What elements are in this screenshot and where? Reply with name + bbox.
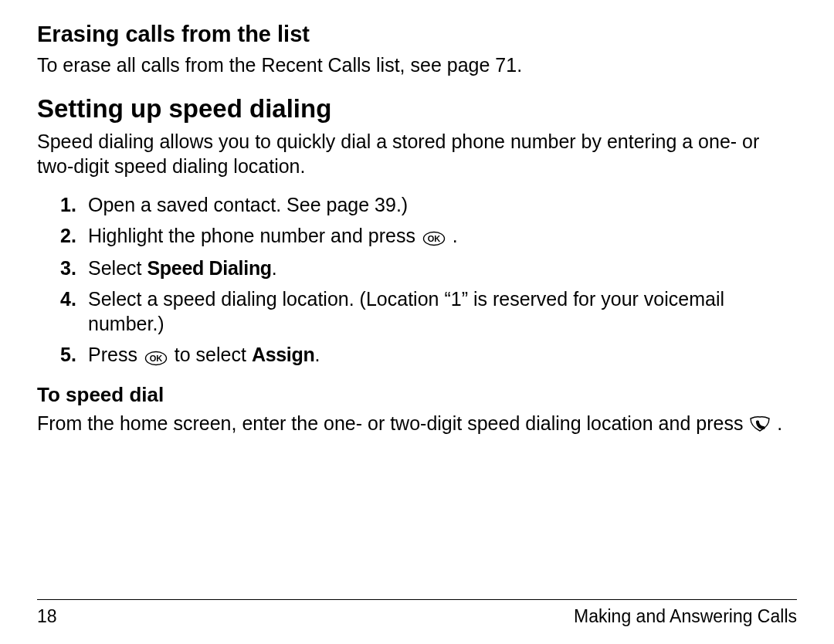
page-number: 18 <box>37 606 57 627</box>
step-5: 5. Press OK to select Assign. <box>37 342 797 368</box>
heading-to-speed-dial: To speed dial <box>37 383 797 407</box>
paragraph-speed-dial-intro: Speed dialing allows you to quickly dial… <box>37 130 797 178</box>
step-text-fragment: . <box>272 257 277 279</box>
step-text: Select a speed dialing location. (Locati… <box>88 286 797 336</box>
page-footer: 18 Making and Answering Calls <box>37 599 797 627</box>
step-number: 4. <box>60 286 88 311</box>
ok-button-icon: OK <box>144 344 168 369</box>
call-button-icon <box>748 412 777 434</box>
step-2: 2. Highlight the phone number and press … <box>37 223 797 249</box>
page-content: Erasing calls from the list To erase all… <box>37 22 797 436</box>
chapter-title: Making and Answering Calls <box>574 606 797 627</box>
step-text-fragment: to select <box>175 344 252 365</box>
step-text: Highlight the phone number and press OK … <box>88 223 797 249</box>
svg-text:OK: OK <box>428 234 441 243</box>
step-text-fragment: Select <box>88 257 147 279</box>
step-text: Open a saved contact. See page 39.) <box>88 192 797 217</box>
ui-label-speed-dialing: Speed Dialing <box>147 257 271 279</box>
step-text: Select Speed Dialing. <box>88 256 797 280</box>
step-text-fragment: . <box>453 225 458 246</box>
ui-label-assign: Assign <box>252 344 315 365</box>
step-text-fragment: . <box>314 344 320 365</box>
paragraph-to-speed-dial: From the home screen, enter the one- or … <box>37 412 797 436</box>
svg-text:OK: OK <box>150 354 163 363</box>
text-fragment: From the home screen, enter the one- or … <box>37 412 748 434</box>
step-text-fragment: Highlight the phone number and press <box>88 225 421 246</box>
paragraph-erase-body: To erase all calls from the Recent Calls… <box>37 53 797 77</box>
ok-button-icon: OK <box>422 225 446 249</box>
text-fragment: . <box>777 412 782 434</box>
step-text: Press OK to select Assign. <box>88 342 797 368</box>
step-1: 1. Open a saved contact. See page 39.) <box>37 192 797 217</box>
step-3: 3. Select Speed Dialing. <box>37 256 797 280</box>
step-number: 2. <box>60 223 88 248</box>
steps-list: 1. Open a saved contact. See page 39.) 2… <box>37 192 797 369</box>
step-4: 4. Select a speed dialing location. (Loc… <box>37 286 797 336</box>
step-number: 3. <box>60 256 88 280</box>
heading-erasing-calls: Erasing calls from the list <box>37 22 797 47</box>
heading-speed-dial-setup: Setting up speed dialing <box>37 94 797 124</box>
step-number: 5. <box>60 342 88 367</box>
step-number: 1. <box>60 192 88 217</box>
step-text-fragment: Press <box>88 344 143 365</box>
